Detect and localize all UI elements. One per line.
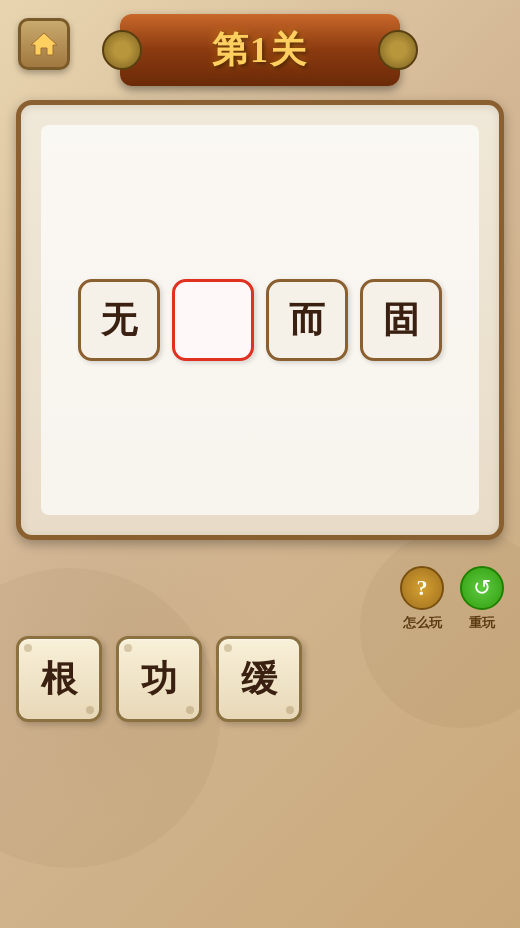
level-banner: 第1关 — [120, 14, 400, 86]
help-icon: ? — [400, 566, 444, 610]
char-slot-3[interactable]: 固 — [360, 279, 442, 361]
tile-1[interactable]: 功 — [116, 636, 202, 722]
tiles-row: 根 功 缓 — [16, 636, 302, 722]
help-button-group[interactable]: ? 怎么玩 — [400, 566, 444, 632]
home-icon — [29, 29, 59, 59]
help-label: 怎么玩 — [403, 614, 442, 632]
char-slot-0[interactable]: 无 — [78, 279, 160, 361]
game-panel: 无 而 固 — [16, 100, 504, 540]
inner-area: 无 而 固 — [41, 125, 479, 515]
level-title: 第1关 — [212, 26, 308, 75]
svg-marker-0 — [31, 33, 57, 55]
replay-button-group[interactable]: ↺ 重玩 — [460, 566, 504, 632]
char-slot-2[interactable]: 而 — [266, 279, 348, 361]
replay-label: 重玩 — [469, 614, 495, 632]
char-slot-1[interactable] — [172, 279, 254, 361]
replay-icon: ↺ — [460, 566, 504, 610]
tile-0[interactable]: 根 — [16, 636, 102, 722]
slots-row: 无 而 固 — [78, 279, 442, 361]
action-buttons-container: ? 怎么玩 ↺ 重玩 — [400, 566, 504, 632]
tile-2[interactable]: 缓 — [216, 636, 302, 722]
home-button[interactable] — [18, 18, 70, 70]
